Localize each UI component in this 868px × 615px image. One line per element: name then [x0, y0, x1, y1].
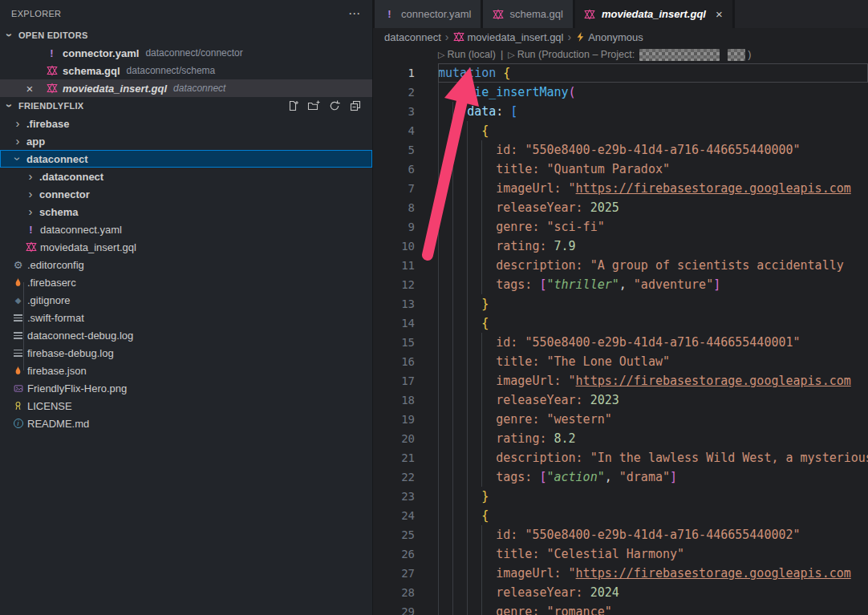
info-icon: i: [11, 419, 25, 428]
tree-item-.gitignore[interactable]: ◆.gitignore: [0, 291, 372, 309]
codelens-separator: |: [501, 49, 503, 60]
line-number: 22: [373, 471, 415, 484]
open-editors-header[interactable]: › OPEN EDITORS: [0, 26, 372, 44]
new-folder-button[interactable]: [306, 99, 321, 113]
file-name: schema.gql: [63, 65, 120, 77]
tree-item-dataconnect-debug.log[interactable]: dataconnect-debug.log: [0, 326, 372, 344]
code-line-25[interactable]: 25 id: "550e8400-e29b-41d4-a716-44665544…: [373, 525, 868, 544]
tab-connector.yaml[interactable]: !connector.yaml: [373, 0, 483, 28]
code-line-14[interactable]: 14 {: [373, 314, 868, 333]
line-number: 11: [373, 259, 415, 272]
tree-item-firebase-debug.log[interactable]: firebase-debug.log: [0, 344, 372, 362]
refresh-button[interactable]: [327, 99, 342, 113]
code-line-13[interactable]: 13 }: [373, 294, 868, 314]
line-number: 12: [373, 278, 415, 291]
tree-item-.firebase[interactable]: ›.firebase: [0, 115, 372, 132]
vscode-window: EXPLORER ⋯ › OPEN EDITORS !connector.yam…: [0, 0, 868, 615]
open-editor-moviedata_insert.gql[interactable]: ×moviedata_insert.gqldataconnect: [0, 79, 372, 97]
chevron-right-icon: ›: [24, 188, 37, 200]
code-line-26[interactable]: 26 title: "Celestial Harmony": [373, 544, 868, 564]
tree-item-.dataconnect[interactable]: ›.dataconnect: [0, 168, 372, 185]
code-line-1[interactable]: 1mutation {: [373, 63, 868, 83]
tab-moviedata_insert.gql[interactable]: moviedata_insert.gql×: [575, 0, 735, 28]
chevron-right-icon: ›: [24, 171, 37, 182]
tree-item-app[interactable]: ›app: [0, 132, 372, 150]
line-text: genre: "western": [438, 410, 868, 429]
open-editor-schema.gql[interactable]: schema.gqldataconnect/schema: [0, 62, 372, 79]
line-number: 9: [373, 221, 415, 233]
tree-item-.editorconfig[interactable]: ⚙.editorconfig: [0, 256, 372, 273]
code-line-19[interactable]: 19 genre: "western": [373, 410, 868, 429]
breadcrumb-segment-folder[interactable]: dataconnect: [384, 31, 441, 43]
indent-guide: [481, 140, 482, 294]
code-line-5[interactable]: 5 id: "550e8400-e29b-41d4-a716-446655440…: [373, 140, 868, 160]
close-icon[interactable]: ×: [716, 7, 723, 21]
line-text: releaseYear: 2023: [438, 390, 868, 410]
tree-item-label: LICENSE: [27, 400, 72, 412]
code-line-12[interactable]: 12 tags: ["thriller", "adventure"]: [373, 275, 868, 294]
code-line-2[interactable]: 2 movie_insertMany(: [373, 83, 868, 102]
code-line-18[interactable]: 18 releaseYear: 2023: [373, 390, 868, 410]
line-text: title: "The Lone Outlaw": [438, 352, 868, 371]
tree-item-schema[interactable]: ›schema: [0, 203, 372, 221]
run-production-link[interactable]: ▷ Run (Production – Project: ): [508, 49, 751, 61]
code-line-22[interactable]: 22 tags: ["action", "drama"]: [373, 467, 868, 487]
run-icon: ▷: [508, 50, 514, 60]
tree-item-FriendlyFlix-Hero.png[interactable]: FriendlyFlix-Hero.png: [0, 379, 372, 397]
tree-item-dataconnect.yaml[interactable]: !dataconnect.yaml: [0, 221, 372, 238]
code-line-4[interactable]: 4 {: [373, 121, 868, 140]
tab-bar: !connector.yamlschema.gqlmoviedata_inser…: [373, 0, 868, 28]
line-number: 17: [373, 374, 415, 387]
breadcrumb-symbol-label: Anonymous: [588, 31, 643, 43]
tree-item-LICENSE[interactable]: LICENSE: [0, 397, 372, 415]
tab-label: schema.gql: [509, 8, 562, 20]
line-text: }: [438, 487, 868, 506]
code-line-3[interactable]: 3 data: [: [373, 102, 868, 121]
code-line-11[interactable]: 11 description: "A group of scientists a…: [373, 256, 868, 275]
code-line-6[interactable]: 6 title: "Quantum Paradox": [373, 160, 868, 179]
tree-item-.swift-format[interactable]: .swift-format: [0, 309, 372, 326]
tab-schema.gql[interactable]: schema.gql: [483, 0, 574, 28]
code-line-28[interactable]: 28 releaseYear: 2024: [373, 583, 868, 602]
graphql-icon: [24, 241, 38, 253]
code-line-29[interactable]: 29 genre: "romance": [373, 602, 868, 615]
tree-item-moviedata_insert.gql[interactable]: moviedata_insert.gql: [0, 238, 372, 256]
graphql-icon: [453, 31, 464, 42]
collapse-all-button[interactable]: [348, 99, 363, 113]
code-line-9[interactable]: 9 genre: "sci-fi": [373, 217, 868, 237]
code-line-8[interactable]: 8 releaseYear: 2025: [373, 198, 868, 217]
open-editor-connector.yaml[interactable]: !connector.yamldataconnect/connector: [0, 44, 372, 62]
code-line-21[interactable]: 21 description: "In the lawless Wild Wes…: [373, 448, 868, 467]
code-line-7[interactable]: 7 imageUrl: "https://firebasestorage.goo…: [373, 179, 868, 198]
tree-item-connector[interactable]: ›connector: [0, 185, 372, 203]
project-section-header[interactable]: › FRIENDLYFLIX: [0, 97, 372, 115]
breadcrumb-segment-symbol[interactable]: Anonymous: [575, 31, 643, 43]
tree-item-dataconnect[interactable]: ›dataconnect: [0, 150, 372, 168]
more-actions-icon[interactable]: ⋯: [348, 6, 361, 21]
tree-item-label: .gitignore: [27, 294, 70, 306]
run-local-link[interactable]: ▷ Run (local): [438, 49, 496, 60]
code-line-10[interactable]: 10 rating: 7.9: [373, 237, 868, 256]
code-line-15[interactable]: 15 id: "550e8400-e29b-41d4-a716-44665544…: [373, 333, 868, 352]
tree-item-.firebaserc[interactable]: .firebaserc: [0, 273, 372, 291]
line-text: genre: "romance": [438, 602, 868, 615]
new-file-button[interactable]: [286, 99, 300, 113]
code-line-16[interactable]: 16 title: "The Lone Outlaw": [373, 352, 868, 371]
code-line-17[interactable]: 17 imageUrl: "https://firebasestorage.go…: [373, 371, 868, 390]
tree-item-firebase.json[interactable]: firebase.json: [0, 362, 372, 379]
line-text: id: "550e8400-e29b-41d4-a716-44665544000…: [438, 525, 868, 544]
line-text: imageUrl: "https://firebasestorage.googl…: [438, 179, 868, 198]
tree-item-label: schema: [39, 206, 78, 218]
code-line-24[interactable]: 24 {: [373, 506, 868, 525]
code-line-20[interactable]: 20 rating: 8.2: [373, 429, 868, 448]
code-lines: 1mutation {2 movie_insertMany(3 data: [4…: [373, 63, 868, 615]
code-editor[interactable]: ▷ Run (local) | ▷ Run (Production – Proj…: [373, 46, 868, 615]
code-line-27[interactable]: 27 imageUrl: "https://firebasestorage.go…: [373, 564, 868, 583]
chevron-down-icon: ›: [4, 99, 15, 112]
tree-item-README.md[interactable]: iREADME.md: [0, 415, 372, 432]
code-line-23[interactable]: 23 }: [373, 487, 868, 506]
breadcrumb-segment-file[interactable]: moviedata_insert.gql: [453, 31, 564, 43]
close-icon[interactable]: ×: [22, 79, 37, 97]
tree-item-label: .firebaserc: [27, 277, 76, 289]
tree-item-label: firebase.json: [27, 365, 87, 377]
